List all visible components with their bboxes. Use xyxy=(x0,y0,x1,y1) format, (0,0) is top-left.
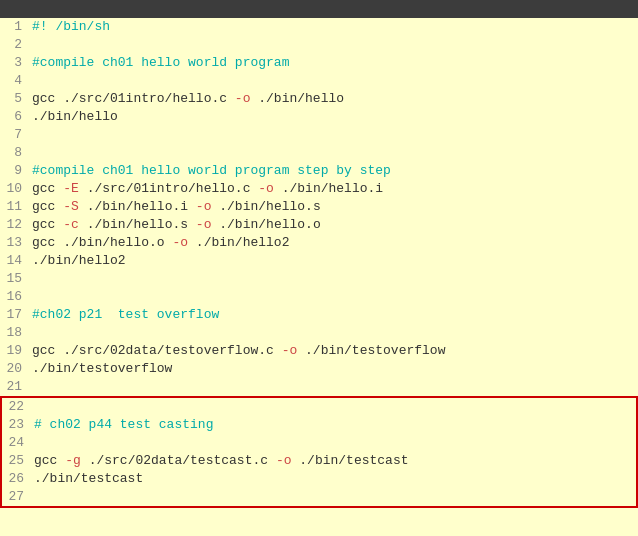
line-content: ./bin/testoverflow xyxy=(28,360,172,378)
line-content xyxy=(28,144,32,162)
code-line: 19gcc ./src/02data/testoverflow.c -o ./b… xyxy=(0,342,638,360)
code-line: 3#compile ch01 hello world program xyxy=(0,54,638,72)
code-line: 23# ch02 p44 test casting xyxy=(2,416,636,434)
code-line: 8 xyxy=(0,144,638,162)
code-line: 22 xyxy=(2,398,636,416)
line-content: gcc -E ./src/01intro/hello.c -o ./bin/he… xyxy=(28,180,383,198)
line-number: 25 xyxy=(2,452,30,470)
line-content: gcc -c ./bin/hello.s -o ./bin/hello.o xyxy=(28,216,321,234)
code-line: 1#! /bin/sh xyxy=(0,18,638,36)
top-bar xyxy=(0,0,638,18)
code-line: 12gcc -c ./bin/hello.s -o ./bin/hello.o xyxy=(0,216,638,234)
line-number: 21 xyxy=(0,378,28,396)
line-number: 19 xyxy=(0,342,28,360)
code-line: 27 xyxy=(2,488,636,506)
line-number: 9 xyxy=(0,162,28,180)
line-content: # ch02 p44 test casting xyxy=(30,416,213,434)
code-line: 21 xyxy=(0,378,638,396)
line-content xyxy=(28,288,32,306)
line-content: ./bin/hello2 xyxy=(28,252,126,270)
line-number: 16 xyxy=(0,288,28,306)
line-number: 3 xyxy=(0,54,28,72)
line-number: 18 xyxy=(0,324,28,342)
code-line: 13gcc ./bin/hello.o -o ./bin/hello2 xyxy=(0,234,638,252)
code-line: 18 xyxy=(0,324,638,342)
line-content xyxy=(28,126,32,144)
code-line: 24 xyxy=(2,434,636,452)
code-line: 15 xyxy=(0,270,638,288)
line-number: 10 xyxy=(0,180,28,198)
line-number: 24 xyxy=(2,434,30,452)
code-line: 10gcc -E ./src/01intro/hello.c -o ./bin/… xyxy=(0,180,638,198)
line-number: 14 xyxy=(0,252,28,270)
line-content: #compile ch01 hello world program step b… xyxy=(28,162,391,180)
line-content: gcc ./src/02data/testoverflow.c -o ./bin… xyxy=(28,342,445,360)
line-content xyxy=(28,270,32,288)
line-number: 4 xyxy=(0,72,28,90)
code-line: 5gcc ./src/01intro/hello.c -o ./bin/hell… xyxy=(0,90,638,108)
line-number: 23 xyxy=(2,416,30,434)
code-line: 4 xyxy=(0,72,638,90)
line-content xyxy=(30,398,34,416)
line-content xyxy=(28,378,32,396)
line-content: #! /bin/sh xyxy=(28,18,110,36)
line-content: ./bin/hello xyxy=(28,108,118,126)
line-number: 8 xyxy=(0,144,28,162)
line-content xyxy=(28,324,32,342)
line-number: 1 xyxy=(0,18,28,36)
line-content xyxy=(28,36,32,54)
line-number: 26 xyxy=(2,470,30,488)
line-content xyxy=(30,434,34,452)
code-line: 9#compile ch01 hello world program step … xyxy=(0,162,638,180)
line-number: 15 xyxy=(0,270,28,288)
line-content: ./bin/testcast xyxy=(30,470,143,488)
code-line: 16 xyxy=(0,288,638,306)
code-line: 14./bin/hello2 xyxy=(0,252,638,270)
line-content: gcc ./src/01intro/hello.c -o ./bin/hello xyxy=(28,90,344,108)
line-number: 13 xyxy=(0,234,28,252)
line-number: 2 xyxy=(0,36,28,54)
code-line: 2 xyxy=(0,36,638,54)
line-content: #compile ch01 hello world program xyxy=(28,54,289,72)
line-content xyxy=(28,72,32,90)
code-line: 26./bin/testcast xyxy=(2,470,636,488)
line-number: 27 xyxy=(2,488,30,506)
editor-container: 1#! /bin/sh23#compile ch01 hello world p… xyxy=(0,0,638,536)
line-number: 11 xyxy=(0,198,28,216)
line-number: 22 xyxy=(2,398,30,416)
line-number: 5 xyxy=(0,90,28,108)
code-line: 7 xyxy=(0,126,638,144)
line-number: 17 xyxy=(0,306,28,324)
line-number: 20 xyxy=(0,360,28,378)
line-content: gcc -g ./src/02data/testcast.c -o ./bin/… xyxy=(30,452,409,470)
line-content: gcc ./bin/hello.o -o ./bin/hello2 xyxy=(28,234,289,252)
line-content: #ch02 p21 test overflow xyxy=(28,306,219,324)
line-content xyxy=(30,488,34,506)
line-content: gcc -S ./bin/hello.i -o ./bin/hello.s xyxy=(28,198,321,216)
line-number: 12 xyxy=(0,216,28,234)
line-number: 7 xyxy=(0,126,28,144)
code-line: 20./bin/testoverflow xyxy=(0,360,638,378)
code-line: 11gcc -S ./bin/hello.i -o ./bin/hello.s xyxy=(0,198,638,216)
code-line: 25gcc -g ./src/02data/testcast.c -o ./bi… xyxy=(2,452,636,470)
line-number: 6 xyxy=(0,108,28,126)
code-line: 6./bin/hello xyxy=(0,108,638,126)
code-area: 1#! /bin/sh23#compile ch01 hello world p… xyxy=(0,18,638,508)
code-line: 17#ch02 p21 test overflow xyxy=(0,306,638,324)
